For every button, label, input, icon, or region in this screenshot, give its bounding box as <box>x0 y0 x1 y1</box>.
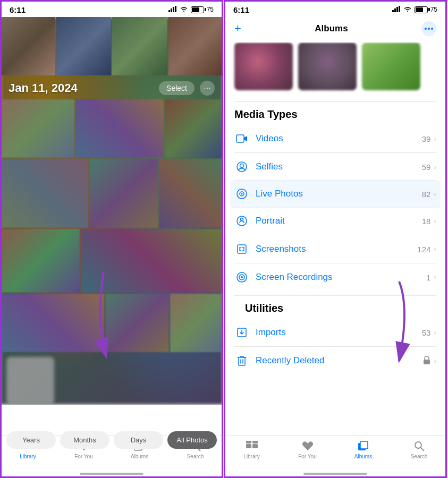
right-nav-for-you-label: For You <box>298 454 316 459</box>
svg-rect-2 <box>173 7 174 12</box>
media-item-selfies[interactable]: Selfies 59 › <box>234 153 436 181</box>
nav-albums-label: Albums <box>131 454 148 459</box>
svg-rect-1 <box>171 8 172 12</box>
collage-cell-2[interactable] <box>75 99 164 158</box>
photo-tabs: Years Months Days All Photos <box>6 431 217 449</box>
chevron-imports: › <box>434 328 436 337</box>
media-item-imports[interactable]: Imports 53 › <box>234 319 436 347</box>
svg-rect-21 <box>236 135 244 142</box>
media-item-imports-name: Imports <box>256 327 422 338</box>
album-previews <box>224 42 447 101</box>
svg-rect-29 <box>238 245 246 253</box>
media-list: Videos 39 › Selfies 59 › <box>224 125 447 291</box>
album-preview-img-2 <box>298 42 357 90</box>
thumb-2 <box>56 17 112 75</box>
right-nav-for-you[interactable]: For You <box>280 440 335 459</box>
collage-cell-10[interactable] <box>105 294 169 352</box>
album-preview-2[interactable] <box>298 42 357 93</box>
date-header: Jan 11, 2024 Select ··· <box>0 75 223 101</box>
collage-cell-1[interactable] <box>0 99 74 158</box>
chevron-live: › <box>434 190 436 198</box>
left-status-bar: 6:11 75 <box>0 0 223 17</box>
date-title: Jan 11, 2024 <box>9 81 78 95</box>
tab-months[interactable]: Months <box>60 431 109 449</box>
right-battery-percent: 75 <box>430 6 437 13</box>
left-phone: 6:11 75 Jan 11, 2024 Sel <box>0 0 224 478</box>
chevron-selfies: › <box>434 163 436 171</box>
svg-rect-38 <box>246 444 251 448</box>
thumb-4 <box>168 17 224 75</box>
utilities-section: Utilities Imports 53 › Recently Deleted <box>224 302 447 374</box>
svg-point-23 <box>240 164 244 168</box>
right-nav-library-label: Library <box>243 454 260 459</box>
album-preview-1[interactable] <box>234 42 293 93</box>
photo-collage <box>0 99 223 405</box>
thumb-3 <box>112 17 167 75</box>
battery-percent: 75 <box>207 6 214 13</box>
media-item-screenshots-count: 124 <box>417 245 430 254</box>
svg-rect-17 <box>399 6 400 12</box>
collage-cell-6[interactable] <box>159 159 223 228</box>
right-nav-search[interactable]: Search <box>391 440 447 459</box>
right-nav-library[interactable]: Library <box>224 440 280 459</box>
left-status-time: 6:11 <box>10 5 26 14</box>
svg-point-20 <box>431 28 433 30</box>
media-item-screenshots-name: Screenshots <box>256 244 417 254</box>
collage-cell-9[interactable] <box>0 294 104 352</box>
media-item-recently-deleted[interactable]: Recently Deleted › <box>234 347 436 374</box>
svg-point-44 <box>415 442 421 448</box>
collage-cell-3[interactable] <box>165 99 223 158</box>
media-item-screen-recordings[interactable]: Screen Recordings 1 › <box>234 263 436 291</box>
right-library-icon <box>245 440 259 452</box>
collage-cell-4[interactable] <box>0 159 88 228</box>
right-nav-albums[interactable]: Albums <box>335 440 391 459</box>
tab-days[interactable]: Days <box>114 431 163 449</box>
collage-cell-5[interactable] <box>89 159 158 228</box>
albums-header: + Albums <box>224 17 447 42</box>
media-item-videos[interactable]: Videos 39 › <box>234 125 436 153</box>
media-item-selfies-name: Selfies <box>256 161 422 172</box>
album-preview-img-3 <box>362 42 420 90</box>
battery-icon <box>191 6 204 13</box>
svg-rect-39 <box>252 444 258 448</box>
select-button[interactable]: Select <box>159 81 195 95</box>
collage-cell-7[interactable] <box>0 229 80 293</box>
right-home-indicator <box>303 473 367 475</box>
svg-point-32 <box>241 276 243 278</box>
right-nav-albums-label: Albums <box>354 454 372 459</box>
tab-all-photos[interactable]: All Photos <box>167 431 217 449</box>
media-item-portrait[interactable]: Portrait 18 › <box>234 207 436 235</box>
album-preview-img-1 <box>234 42 293 90</box>
photo-area: Jan 11, 2024 Select ··· <box>0 17 223 405</box>
media-item-screen-rec-name: Screen Recordings <box>256 272 426 283</box>
more-button[interactable]: ··· <box>200 81 215 96</box>
media-types-section: Media Types Videos 39 › Selfies <box>224 108 447 291</box>
album-preview-3[interactable] <box>362 42 420 93</box>
right-scroll-content[interactable]: + Albums Media Types <box>224 17 447 436</box>
blurred-album <box>6 357 54 405</box>
signal-icon <box>168 6 177 14</box>
media-item-screenshots[interactable]: Screenshots 124 › <box>234 235 436 263</box>
collage-cell-8[interactable] <box>81 229 223 293</box>
imports-icon <box>234 325 249 340</box>
more-dots-button[interactable] <box>421 21 436 36</box>
portrait-icon <box>234 214 249 228</box>
right-status-time: 6:11 <box>233 5 249 14</box>
media-item-live-photos[interactable]: Live Photos 82 › <box>230 180 441 208</box>
media-item-screen-rec-count: 1 <box>426 273 430 282</box>
svg-point-18 <box>425 28 427 30</box>
right-status-bar: 6:11 75 <box>224 0 447 17</box>
albums-title: Albums <box>315 23 348 34</box>
svg-rect-36 <box>424 360 430 364</box>
plus-button[interactable]: + <box>234 22 241 36</box>
thumb-1 <box>0 17 55 75</box>
right-bottom-nav: Library For You Albums Search <box>224 436 447 478</box>
tab-years[interactable]: Years <box>6 431 56 449</box>
collage-cell-11[interactable] <box>170 294 223 352</box>
wifi-icon <box>180 6 188 14</box>
right-for-you-icon <box>301 440 315 452</box>
screenshots-icon <box>234 242 249 257</box>
media-item-videos-name: Videos <box>256 133 422 144</box>
right-nav-search-label: Search <box>411 454 428 459</box>
right-albums-icon <box>357 440 370 452</box>
